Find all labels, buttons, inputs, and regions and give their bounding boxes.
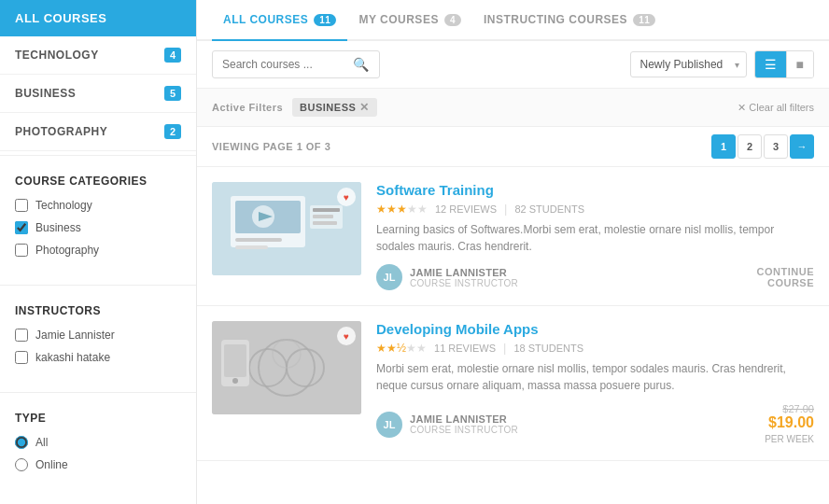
category-label-photography: PHOTOGRAPHY: [15, 125, 107, 138]
course-info-2: Developing Mobile Apps ★★½★★ 11 REVIEWS …: [376, 321, 814, 445]
course-heart-2[interactable]: ♥: [337, 327, 356, 345]
radio-all-input[interactable]: [15, 436, 28, 449]
course-reviews-2: 11 REVIEWS: [434, 343, 496, 354]
search-box[interactable]: 🔍: [212, 50, 380, 78]
svg-point-17: [232, 378, 238, 384]
search-icon: 🔍: [353, 57, 369, 72]
page-btn-2[interactable]: 2: [738, 134, 762, 159]
avatar-1: JL: [376, 264, 402, 290]
course-meta-2: ★★½★★ 11 REVIEWS | 18 STUDENTS: [376, 341, 814, 355]
instructor-role-2: COURSE INSTRUCTOR: [410, 425, 518, 435]
tab-all-courses-label: ALL COURSES: [223, 13, 308, 26]
radio-online[interactable]: Online: [15, 458, 181, 471]
svg-rect-5: [235, 245, 268, 249]
checkbox-kakashi-label: kakashi hatake: [35, 351, 110, 364]
viewing-page-text: VIEWING PAGE 1 OF 3: [212, 141, 330, 152]
filters-left: Active Filters BUSINESS ✕: [212, 98, 377, 117]
checkbox-technology-label: Technology: [35, 199, 92, 212]
course-stars-2: ★★½★★: [376, 342, 427, 355]
courses-list: ♥ Software Training ★★★★★ 12 REVIEWS | 8…: [197, 167, 829, 461]
radio-online-input[interactable]: [15, 458, 28, 471]
tab-my-courses[interactable]: MY COURSES 4: [347, 0, 472, 41]
sidebar-category-photography[interactable]: PHOTOGRAPHY 2: [0, 113, 196, 151]
tab-instructing-courses[interactable]: INSTRUCTING COURSES 11: [472, 0, 667, 41]
checkbox-jamie[interactable]: Jamie Lannister: [15, 329, 181, 342]
clear-all-label: Clear all filters: [749, 102, 814, 113]
course-heart-1[interactable]: ♥: [337, 188, 356, 206]
radio-all-label: All: [35, 436, 48, 449]
clear-all-filters[interactable]: ✕ Clear all filters: [738, 102, 814, 114]
page-info: VIEWING PAGE 1 OF 3 1 2 3 →: [197, 127, 829, 167]
instructors-title: INSTRUCTORS: [15, 304, 181, 317]
price-2: $19.00: [765, 414, 814, 431]
category-badge-photography: 2: [164, 124, 181, 139]
pagination: 1 2 3 →: [711, 134, 814, 159]
category-label-technology: TECHNOLOGY: [15, 49, 99, 62]
filters-label: Active Filters: [212, 102, 283, 113]
course-categories-title: COURSE CATEGORIES: [15, 175, 181, 188]
instructor-details-2: JAMIE LANNISTER COURSE INSTRUCTOR: [410, 413, 518, 435]
checkbox-business[interactable]: Business: [15, 221, 181, 234]
search-input[interactable]: [222, 58, 353, 71]
tab-my-courses-badge: 4: [444, 14, 461, 26]
radio-all[interactable]: All: [15, 436, 181, 449]
page-btn-1[interactable]: 1: [711, 134, 736, 159]
sidebar: ALL COURSES TECHNOLOGY 4 BUSINESS 5 PHOT…: [0, 0, 196, 504]
course-footer-1: JL JAMIE LANNISTER COURSE INSTRUCTOR CON…: [376, 264, 814, 290]
tabs-bar: ALL COURSES 11 MY COURSES 4 INSTRUCTING …: [197, 0, 829, 41]
page-btn-next[interactable]: →: [790, 134, 814, 159]
course-title-1[interactable]: Software Training: [376, 182, 814, 198]
instructor-role-1: COURSE INSTRUCTOR: [410, 278, 518, 288]
continue-button-1[interactable]: CONTINUE: [757, 266, 814, 277]
checkbox-jamie-label: Jamie Lannister: [35, 329, 115, 342]
page-btn-3[interactable]: 3: [764, 134, 788, 159]
checkbox-technology-input[interactable]: [15, 199, 28, 212]
course-students-1: 82 STUDENTS: [514, 203, 584, 215]
course-info-1: Software Training ★★★★★ 12 REVIEWS | 82 …: [376, 182, 814, 290]
course-action-1: CONTINUE COURSE: [757, 266, 814, 288]
checkbox-business-input[interactable]: [15, 221, 28, 234]
sidebar-header: ALL COURSES: [0, 0, 196, 36]
checkbox-kakashi[interactable]: kakashi hatake: [15, 351, 181, 364]
course-thumb-1: ♥: [212, 182, 361, 275]
checkbox-technology[interactable]: Technology: [15, 199, 181, 212]
instructor-info-2: JL JAMIE LANNISTER COURSE INSTRUCTOR: [376, 412, 518, 438]
course-stars-1: ★★★★★: [376, 203, 428, 216]
tab-instructing-courses-label: INSTRUCTING COURSES: [484, 13, 627, 26]
checkbox-kakashi-input[interactable]: [15, 351, 28, 364]
radio-online-label: Online: [35, 458, 68, 471]
course-item-1: ♥ Software Training ★★★★★ 12 REVIEWS | 8…: [197, 167, 829, 306]
continue-sub-1: COURSE: [757, 277, 814, 288]
sidebar-category-business[interactable]: BUSINESS 5: [0, 75, 196, 113]
filter-tag-remove-icon[interactable]: ✕: [359, 101, 370, 114]
svg-rect-9: [313, 221, 337, 225]
list-view-button[interactable]: ☰: [755, 51, 787, 77]
checkbox-photography-label: Photography: [35, 244, 99, 257]
category-badge-technology: 4: [164, 48, 181, 63]
course-footer-2: JL JAMIE LANNISTER COURSE INSTRUCTOR $27…: [376, 403, 814, 445]
grid-view-button[interactable]: ■: [787, 51, 813, 77]
instructors-section: INSTRUCTORS Jamie Lannister kakashi hata…: [0, 289, 196, 388]
course-title-2[interactable]: Developing Mobile Apps: [376, 321, 814, 337]
tab-all-courses[interactable]: ALL COURSES 11: [212, 0, 347, 41]
instructor-info-1: JL JAMIE LANNISTER COURSE INSTRUCTOR: [376, 264, 518, 290]
sidebar-category-technology[interactable]: TECHNOLOGY 4: [0, 36, 196, 75]
sort-select[interactable]: Newly Published Most Popular Highest Rat…: [630, 51, 747, 77]
toolbar: 🔍 Newly Published Most Popular Highest R…: [197, 41, 829, 89]
filter-tag-business-label: BUSINESS: [300, 102, 356, 113]
instructor-name-1: JAMIE LANNISTER: [410, 267, 518, 278]
checkbox-photography-input[interactable]: [15, 244, 28, 257]
course-categories-section: COURSE CATEGORIES Technology Business Ph…: [0, 160, 196, 281]
type-title: TYPE: [15, 412, 181, 425]
tab-my-courses-label: MY COURSES: [358, 13, 438, 26]
instructor-name-2: JAMIE LANNISTER: [410, 413, 518, 425]
svg-rect-4: [235, 238, 282, 242]
tab-instructing-courses-badge: 11: [633, 14, 655, 26]
checkbox-jamie-input[interactable]: [15, 329, 28, 342]
checkbox-photography[interactable]: Photography: [15, 244, 181, 257]
category-badge-business: 5: [164, 86, 181, 101]
tab-all-courses-badge: 11: [314, 14, 336, 26]
avatar-2: JL: [376, 412, 402, 438]
main-content: ALL COURSES 11 MY COURSES 4 INSTRUCTING …: [196, 0, 829, 504]
filter-tag-business: BUSINESS ✕: [292, 98, 377, 117]
